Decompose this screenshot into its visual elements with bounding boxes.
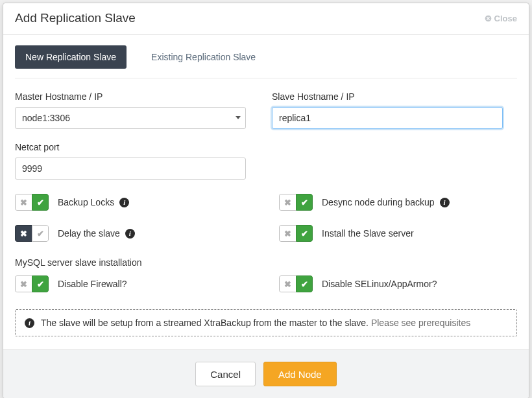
notice-text: The slave will be setup from a streamed … — [41, 318, 369, 328]
netcat-row: Netcat port — [15, 142, 517, 180]
modal-title: Add Replication Slave — [15, 11, 136, 25]
toggle-off-icon: ✖ — [15, 275, 32, 292]
install-slave-toggle[interactable]: ✖ ✔ — [279, 225, 313, 242]
toggle-on-icon: ✔ — [296, 275, 313, 292]
toggle-row-3: ✖ ✔ Disable Firewall? ✖ ✔ Disable SELinu… — [15, 275, 517, 292]
toggle-on-icon: ✔ — [32, 225, 49, 242]
hostname-row: Master Hostname / IP node1:3306 Slave Ho… — [15, 91, 517, 129]
toggle-on-icon: ✔ — [296, 194, 313, 211]
info-icon[interactable]: i — [119, 198, 129, 207]
delay-slave-toggle[interactable]: ✖ ✔ — [15, 225, 49, 242]
info-icon: i — [25, 318, 34, 328]
delay-slave-label: Delay the slave — [58, 228, 120, 239]
slave-hostname-label: Slave Hostname / IP — [272, 91, 503, 102]
info-icon[interactable]: i — [125, 229, 135, 239]
netcat-col: Netcat port — [15, 142, 246, 180]
toggle-on-icon: ✔ — [32, 194, 49, 211]
disable-selinux-label: Disable SELinux/AppArmor? — [322, 279, 437, 289]
tabs: New Replication Slave Existing Replicati… — [15, 35, 517, 78]
modal-footer: Cancel Add Node — [3, 349, 529, 398]
toggle-on-icon: ✔ — [32, 275, 49, 292]
info-icon[interactable]: i — [440, 198, 450, 207]
prerequisites-link[interactable]: Please see prerequisites — [371, 318, 470, 328]
netcat-port-input[interactable] — [15, 158, 246, 180]
prerequisites-notice: i The slave will be setup from a streame… — [15, 309, 517, 336]
close-icon — [485, 15, 492, 22]
mysql-section-title: MySQL server slave installation — [15, 257, 517, 268]
slave-hostname-input[interactable] — [272, 107, 503, 129]
tab-new-replication-slave[interactable]: New Replication Slave — [15, 45, 127, 69]
toggle-off-icon: ✖ — [15, 194, 32, 211]
close-button[interactable]: Close — [485, 14, 517, 23]
desync-toggle[interactable]: ✖ ✔ — [279, 194, 313, 211]
master-col: Master Hostname / IP node1:3306 — [15, 91, 246, 129]
desync-label: Desync node during backup — [322, 197, 435, 207]
tab-existing-replication-slave[interactable]: Existing Replication Slave — [141, 45, 266, 69]
disable-selinux-toggle[interactable]: ✖ ✔ — [279, 275, 313, 292]
add-replication-slave-modal: Add Replication Slave Close New Replicat… — [3, 3, 529, 398]
add-node-button[interactable]: Add Node — [263, 362, 337, 386]
toggle-off-icon: ✖ — [279, 275, 296, 292]
toggle-off-icon: ✖ — [279, 225, 296, 242]
cancel-button[interactable]: Cancel — [195, 362, 256, 386]
toggle-off-icon: ✖ — [15, 225, 32, 242]
close-label: Close — [494, 14, 517, 23]
slave-col: Slave Hostname / IP — [272, 91, 503, 129]
toggle-row-1: ✖ ✔ Backup Locks i ✖ ✔ Desync node durin… — [15, 194, 517, 211]
master-hostname-select[interactable]: node1:3306 — [15, 107, 246, 129]
install-slave-label: Install the Slave server — [322, 228, 414, 239]
modal-body: New Replication Slave Existing Replicati… — [3, 35, 529, 349]
toggle-off-icon: ✖ — [279, 194, 296, 211]
disable-firewall-label: Disable Firewall? — [58, 279, 127, 289]
disable-firewall-toggle[interactable]: ✖ ✔ — [15, 275, 49, 292]
backup-locks-toggle[interactable]: ✖ ✔ — [15, 194, 49, 211]
backup-locks-label: Backup Locks — [58, 197, 114, 207]
toggle-on-icon: ✔ — [296, 225, 313, 242]
modal-header: Add Replication Slave Close — [3, 3, 529, 35]
master-hostname-label: Master Hostname / IP — [15, 91, 246, 102]
netcat-port-label: Netcat port — [15, 142, 246, 152]
toggle-row-2: ✖ ✔ Delay the slave i ✖ ✔ Install the Sl… — [15, 225, 517, 242]
